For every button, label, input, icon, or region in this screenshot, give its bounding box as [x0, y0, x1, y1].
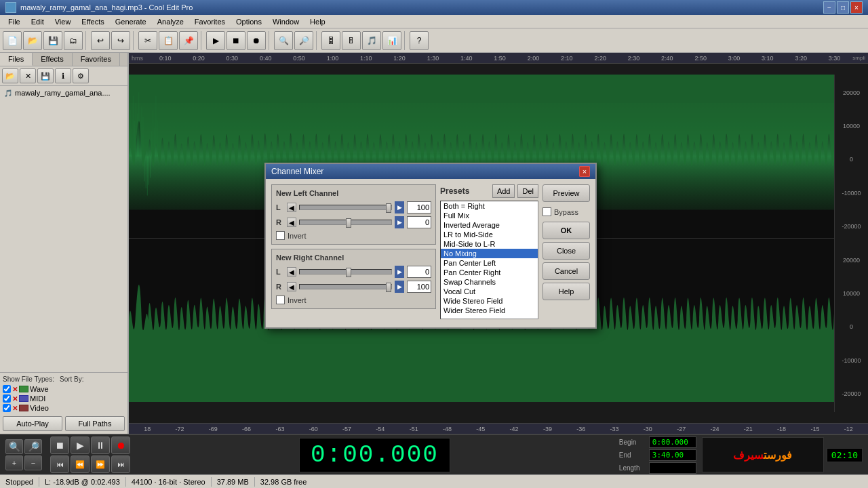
video-checkbox[interactable]: [3, 404, 11, 412]
right-L-thumb[interactable]: [346, 268, 351, 277]
zoom-h-out-btn[interactable]: −: [24, 455, 42, 470]
maximize-button[interactable]: □: [837, 1, 849, 14]
menu-view[interactable]: View: [50, 17, 77, 26]
minimize-button[interactable]: −: [823, 1, 835, 14]
toolbar-btn6[interactable]: ⏺: [247, 31, 266, 50]
preset-item[interactable]: Pan Center Left: [441, 258, 538, 268]
panel-settings-btn[interactable]: ⚙: [73, 68, 89, 83]
bypass-checkbox[interactable]: [542, 207, 551, 216]
preset-item[interactable]: Swap Channels: [441, 277, 538, 287]
menu-favorites[interactable]: Favorites: [189, 17, 231, 26]
presets-del-btn[interactable]: Del: [517, 184, 538, 198]
toolbar-zoom-out[interactable]: 🔎: [294, 31, 313, 50]
zoom-h-in-btn[interactable]: +: [5, 455, 23, 470]
right-L-val-btn[interactable]: ▶: [395, 266, 404, 278]
right-L-value[interactable]: 0: [407, 266, 431, 278]
toolbar-undo[interactable]: ↩: [91, 31, 110, 50]
left-L-thumb[interactable]: [386, 203, 391, 213]
left-L-value[interactable]: 100: [407, 201, 431, 214]
play-btn[interactable]: ▶: [71, 436, 90, 454]
toolbar-btn4[interactable]: ▶: [206, 31, 225, 50]
tab-effects[interactable]: Effects: [33, 53, 72, 66]
autoplay-button[interactable]: Auto-Play: [3, 416, 62, 431]
left-R-track[interactable]: [299, 220, 392, 225]
left-L-track[interactable]: [299, 205, 392, 210]
right-L-arrow[interactable]: ◀: [287, 267, 296, 277]
menu-analyze[interactable]: Analyze: [152, 17, 189, 26]
toolbar-save-all[interactable]: 🗂: [64, 31, 83, 50]
left-invert-checkbox[interactable]: [276, 231, 285, 240]
rwd-btn[interactable]: ⏪: [71, 455, 90, 473]
toolbar-btn5[interactable]: ⏹: [226, 31, 245, 50]
toolbar-cut[interactable]: ✂: [138, 31, 157, 50]
fwd-btn[interactable]: ⏩: [91, 455, 110, 473]
preset-item[interactable]: Inverted Average: [441, 220, 538, 230]
toolbar-new[interactable]: 📄: [3, 31, 22, 50]
panel-close-btn[interactable]: ✕: [20, 68, 36, 83]
left-R-thumb[interactable]: [346, 218, 351, 228]
right-R-track[interactable]: [299, 284, 392, 289]
next-btn[interactable]: ⏭: [111, 455, 130, 473]
left-R-val-btn[interactable]: ▶: [395, 216, 404, 228]
left-R-value[interactable]: 0: [407, 216, 431, 228]
toolbar-paste[interactable]: 📌: [179, 31, 198, 50]
menu-options[interactable]: Options: [231, 17, 267, 26]
menu-edit[interactable]: Edit: [26, 17, 50, 26]
preset-list[interactable]: Both = RightFull MixInverted AverageLR t…: [440, 201, 538, 319]
fullpath-button[interactable]: Full Paths: [65, 416, 125, 431]
preset-item[interactable]: No Mixing: [441, 249, 538, 258]
menu-help[interactable]: Help: [304, 17, 331, 26]
close-button[interactable]: Close: [542, 242, 590, 260]
left-R-arrow[interactable]: ◀: [287, 218, 296, 227]
tab-files[interactable]: Files: [0, 53, 33, 66]
left-L-arrow[interactable]: ◀: [287, 203, 296, 212]
toolbar-redo[interactable]: ↪: [111, 31, 130, 50]
right-R-val-btn[interactable]: ▶: [395, 281, 404, 293]
right-L-track[interactable]: [299, 269, 392, 274]
dialog-close-button[interactable]: ×: [579, 166, 590, 177]
menu-file[interactable]: File: [3, 17, 26, 26]
toolbar-effect2[interactable]: 🎚: [342, 31, 361, 50]
preset-item[interactable]: Pan Center Right: [441, 268, 538, 277]
menu-effects[interactable]: Effects: [76, 17, 109, 26]
left-L-val-btn[interactable]: ▶: [395, 201, 404, 214]
toolbar-effect3[interactable]: 🎵: [362, 31, 381, 50]
wave-checkbox[interactable]: [3, 385, 11, 393]
presets-add-btn[interactable]: Add: [492, 184, 515, 198]
prev-btn[interactable]: ⏮: [50, 455, 69, 473]
toolbar-open[interactable]: 📂: [23, 31, 42, 50]
preset-item[interactable]: Mid-Side to L-R: [441, 239, 538, 249]
menu-generate[interactable]: Generate: [110, 17, 152, 26]
preset-item[interactable]: Wide Stereo Field: [441, 296, 538, 306]
zoom-in-btn[interactable]: 🔍: [5, 439, 23, 454]
tab-favorites[interactable]: Favorites: [73, 53, 120, 66]
right-R-arrow[interactable]: ◀: [287, 282, 296, 291]
midi-checkbox[interactable]: [3, 394, 11, 403]
right-R-value[interactable]: 100: [407, 281, 431, 293]
preset-item[interactable]: Full Mix: [441, 211, 538, 220]
toolbar-effect4[interactable]: 📊: [382, 31, 401, 50]
preset-item[interactable]: Vocal Cut: [441, 287, 538, 296]
preset-item[interactable]: Wider Stereo Field: [441, 306, 538, 315]
panel-save-btn[interactable]: 💾: [37, 68, 54, 83]
close-button[interactable]: ×: [850, 1, 863, 14]
preset-item[interactable]: Both = Right: [441, 201, 538, 211]
panel-open-btn[interactable]: 📂: [2, 68, 18, 83]
cancel-button[interactable]: Cancel: [542, 262, 590, 280]
zoom-out-btn[interactable]: 🔎: [24, 439, 42, 454]
toolbar-copy[interactable]: 📋: [159, 31, 178, 50]
toolbar-help[interactable]: ?: [410, 31, 429, 50]
menu-window[interactable]: Window: [267, 17, 304, 26]
right-invert-checkbox[interactable]: [276, 296, 285, 304]
pause-btn[interactable]: ⏸: [91, 436, 110, 454]
ok-button[interactable]: OK: [542, 222, 590, 239]
file-item[interactable]: 🎵 mawaly_ramy_gamal_ana....: [1, 87, 126, 98]
toolbar-zoom-in[interactable]: 🔍: [274, 31, 293, 50]
preset-item[interactable]: LR to Mid-Side: [441, 230, 538, 239]
toolbar-effect1[interactable]: 🎛: [321, 31, 340, 50]
stop-btn[interactable]: ⏹: [50, 436, 69, 454]
right-R-thumb[interactable]: [386, 283, 391, 292]
help-button[interactable]: Help: [542, 283, 590, 300]
panel-props-btn[interactable]: ℹ: [55, 68, 71, 83]
record-btn[interactable]: ⏺: [111, 436, 130, 454]
